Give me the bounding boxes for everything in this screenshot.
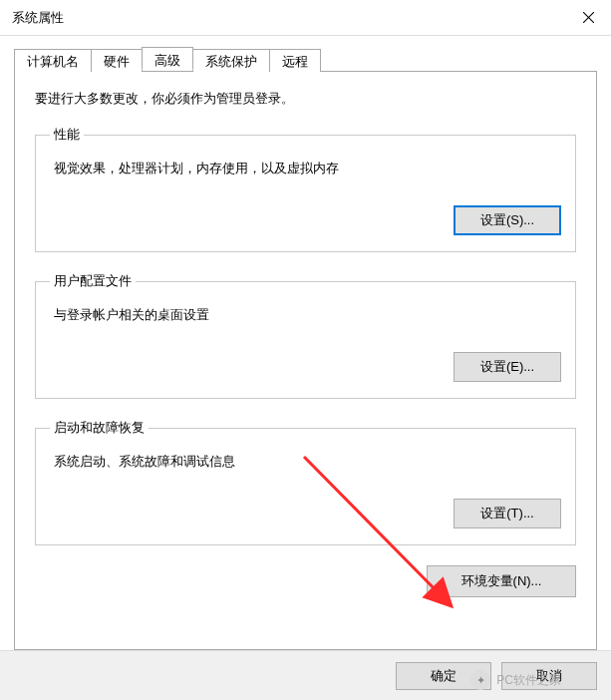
tab-remote[interactable]: 远程 — [269, 49, 321, 72]
tab-strip: 计算机名 硬件 高级 系统保护 远程 — [14, 48, 597, 72]
user-profiles-legend: 用户配置文件 — [50, 272, 136, 290]
environment-variables-button[interactable]: 环境变量(N)... — [427, 565, 576, 597]
tab-advanced[interactable]: 高级 — [142, 47, 193, 70]
performance-group: 性能 视觉效果，处理器计划，内存使用，以及虚拟内存 设置(S)... — [35, 126, 576, 252]
tab-system-protection[interactable]: 系统保护 — [192, 49, 270, 72]
performance-settings-button[interactable]: 设置(S)... — [454, 205, 561, 235]
performance-legend: 性能 — [50, 126, 84, 144]
dialog-content: 计算机名 硬件 高级 系统保护 远程 要进行大多数更改，你必须作为管理员登录。 … — [0, 36, 611, 650]
user-profiles-group: 用户配置文件 与登录帐户相关的桌面设置 设置(E)... — [35, 272, 576, 399]
cancel-button[interactable]: 取消 — [501, 662, 597, 690]
close-icon — [583, 12, 594, 23]
user-profiles-desc: 与登录帐户相关的桌面设置 — [54, 306, 561, 324]
startup-recovery-legend: 启动和故障恢复 — [50, 419, 149, 437]
close-button[interactable] — [565, 0, 611, 36]
user-profiles-settings-button[interactable]: 设置(E)... — [454, 352, 561, 382]
startup-recovery-settings-button[interactable]: 设置(T)... — [454, 499, 561, 528]
tab-computer-name[interactable]: 计算机名 — [14, 49, 92, 72]
ok-button[interactable]: 确定 — [396, 662, 491, 690]
admin-required-label: 要进行大多数更改，你必须作为管理员登录。 — [35, 90, 576, 108]
window-title: 系统属性 — [12, 9, 64, 27]
startup-recovery-group: 启动和故障恢复 系统启动、系统故障和调试信息 设置(T)... — [35, 419, 576, 545]
tab-hardware[interactable]: 硬件 — [91, 49, 143, 72]
titlebar: 系统属性 — [0, 0, 611, 36]
startup-recovery-desc: 系统启动、系统故障和调试信息 — [54, 453, 561, 471]
dialog-button-bar: 确定 取消 ✦ PC软件之家 — [0, 650, 611, 700]
performance-desc: 视觉效果，处理器计划，内存使用，以及虚拟内存 — [54, 160, 561, 177]
tab-panel-advanced: 要进行大多数更改，你必须作为管理员登录。 性能 视觉效果，处理器计划，内存使用，… — [14, 72, 597, 650]
